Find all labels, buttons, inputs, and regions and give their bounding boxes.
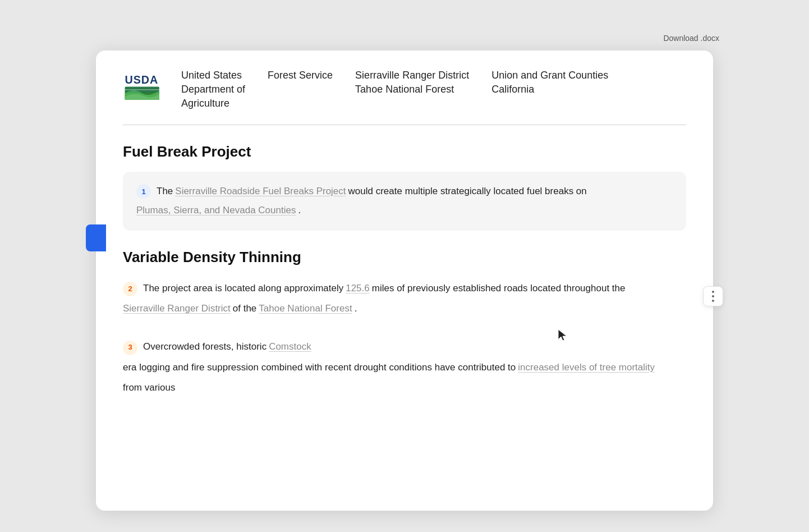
- document-header: USDA United States Department of: [96, 51, 713, 125]
- citation3-highlight-comstock: Comstock: [269, 338, 311, 356]
- citation2-text-project: The project area is located along approx…: [143, 279, 343, 297]
- header-org1-line2: Department of: [181, 82, 245, 97]
- header-col-forest-service: Forest Service: [268, 68, 333, 82]
- header-org4-line1: Union and Grant Counties: [491, 68, 608, 82]
- section2-title: Variable Density Thinning: [123, 249, 686, 266]
- svg-text:USDA: USDA: [125, 74, 159, 86]
- dots-icon: [712, 290, 714, 303]
- more-options-button[interactable]: [703, 286, 723, 306]
- header-org4-line2: California: [491, 82, 608, 97]
- citation1-text-the: The: [157, 183, 173, 200]
- citation2-text-miles: miles of previously established roads lo…: [372, 279, 626, 297]
- citation2-period: .: [355, 300, 357, 318]
- left-tab[interactable]: [86, 224, 106, 251]
- citation-row-2: 2 The project area is located along appr…: [123, 277, 686, 320]
- download-button[interactable]: Download .docx: [663, 34, 719, 43]
- citation2-highlight-miles: 125.6: [346, 279, 370, 297]
- usda-logo-image: USDA: [123, 68, 163, 109]
- document-body: Fuel Break Project 1 The Sierraville Roa…: [96, 125, 713, 418]
- header-org1-line1: United States: [181, 68, 245, 82]
- citation-row-3: 3 Overcrowded forests, historic Comstock…: [123, 336, 686, 399]
- header-col-counties: Union and Grant Counties California: [491, 68, 608, 97]
- citation1-highlight-project-name: Sierraville Roadside Fuel Breaks Project: [175, 183, 346, 200]
- section-variable-density: Variable Density Thinning 2 The project …: [123, 249, 686, 399]
- citation-badge-1: 1: [136, 184, 151, 199]
- header-org1-line3: Agriculture: [181, 97, 245, 111]
- header-org2: Forest Service: [268, 68, 333, 82]
- document-card: USDA United States Department of: [96, 51, 713, 511]
- citation-badge-3: 3: [123, 341, 137, 355]
- citation-block-1: 1 The Sierraville Roadside Fuel Breaks P…: [123, 172, 686, 231]
- header-org3-line2: Tahoe National Forest: [355, 82, 469, 97]
- header-org3-line1: Sierraville Ranger District: [355, 68, 469, 82]
- citation2-text-of-the: of the: [233, 300, 257, 318]
- section1-title: Fuel Break Project: [123, 143, 686, 160]
- citation3-text-overcrowded: Overcrowded forests, historic: [143, 338, 266, 356]
- citation2-highlight-forest: Tahoe National Forest: [259, 300, 352, 318]
- citation3-highlight-mortality: increased levels of tree mortality: [518, 359, 655, 377]
- header-text-group: United States Department of Agriculture …: [181, 68, 686, 111]
- section-fuel-break: Fuel Break Project 1 The Sierraville Roa…: [123, 143, 686, 231]
- page-wrapper: Download .docx USDA: [0, 11, 809, 532]
- citation3-text-from-various: from various: [123, 379, 176, 397]
- header-col-ranger-district: Sierraville Ranger District Tahoe Nation…: [355, 68, 469, 97]
- citation2-highlight-ranger-district: Sierraville Ranger District: [123, 300, 231, 318]
- usda-logo: USDA: [123, 68, 163, 109]
- citation1-highlight-counties: Plumas, Sierra, and Nevada Counties: [136, 202, 296, 219]
- header-col-usda: United States Department of Agriculture: [181, 68, 245, 111]
- citation1-text-would: would create multiple strategically loca…: [348, 183, 587, 200]
- citation-badge-2: 2: [123, 282, 137, 296]
- citation1-period: .: [298, 202, 301, 219]
- citation3-text-era: era logging and fire suppression combine…: [123, 359, 516, 377]
- citation-row-1: 1 The Sierraville Roadside Fuel Breaks P…: [136, 183, 673, 219]
